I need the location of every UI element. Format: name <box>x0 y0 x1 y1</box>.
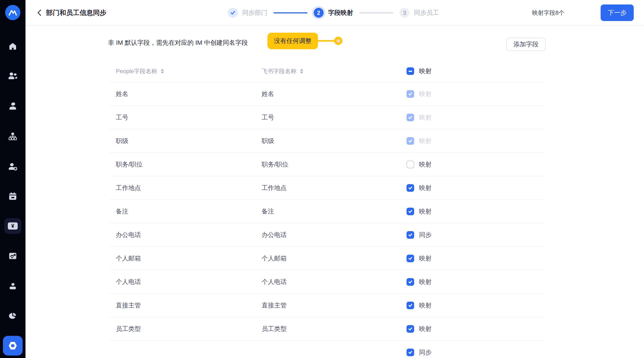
guide-dot-inner <box>336 39 340 43</box>
stepper: 同步部门 2 字段映射 3 同步员工 <box>228 0 439 26</box>
step-1-label: 同步部门 <box>242 9 267 17</box>
step-1-indicator[interactable] <box>228 8 238 18</box>
feishu-field-name: 个人邮箱 <box>262 254 406 263</box>
check-icon <box>408 185 413 190</box>
feishu-field-name: 直接主管 <box>262 301 406 310</box>
sidebar-item-employee[interactable] <box>4 98 21 114</box>
check-icon <box>408 326 413 331</box>
column-header-map: 映射 <box>419 67 432 75</box>
sidebar-item-salary[interactable]: ¥ <box>4 218 21 234</box>
add-field-button[interactable]: 添加字段 <box>506 38 546 51</box>
feishu-field-name: 姓名 <box>262 90 406 98</box>
map-checkbox[interactable] <box>406 208 414 215</box>
column-header-feishu[interactable]: 飞书字段名称 <box>262 67 406 75</box>
mountain-logo-icon <box>5 5 20 20</box>
check-icon <box>408 256 413 261</box>
check-icon <box>230 10 236 16</box>
chevron-left-icon <box>36 8 42 17</box>
people-field-name: 姓名 <box>116 90 262 98</box>
users-icon <box>8 71 18 80</box>
people-field-name: 个人电话 <box>116 278 262 286</box>
feishu-field-name: 职务/职位 <box>262 160 406 169</box>
map-checkbox[interactable] <box>406 184 414 192</box>
sidebar-item-analytics[interactable] <box>4 248 21 264</box>
table-row: 姓名姓名映射 <box>109 82 545 106</box>
table-row: 备注备注映射 <box>109 200 545 223</box>
check-icon <box>408 303 413 308</box>
step-2-label: 字段映射 <box>328 9 353 17</box>
map-checkbox[interactable] <box>406 255 414 262</box>
people-field-name: 工号 <box>116 113 262 122</box>
calendar-icon <box>8 192 17 201</box>
sidebar-item-roster[interactable] <box>4 278 21 294</box>
map-checkbox-label: 映射 <box>419 301 432 310</box>
map-checkbox <box>406 90 414 98</box>
column-header-people[interactable]: People字段名称 <box>116 67 262 75</box>
home-icon <box>8 42 17 51</box>
map-checkbox <box>406 114 414 121</box>
map-checkbox[interactable] <box>406 231 414 239</box>
map-checkbox-label: 映射 <box>419 325 432 333</box>
sort-icon[interactable] <box>300 69 303 74</box>
select-all-checkbox[interactable] <box>406 67 414 75</box>
step-connector-done <box>274 12 308 14</box>
people-field-name: 工作地点 <box>116 184 262 192</box>
mapped-field-count: 映射字段8个 <box>532 0 564 26</box>
map-checkbox-label: 映射 <box>419 90 432 98</box>
sidebar-item-settings[interactable] <box>3 336 22 355</box>
person-badge-icon <box>8 282 17 291</box>
step-2-indicator: 2 <box>314 8 324 18</box>
field-note: 非 IM 默认字段，需先在对应的 IM 中创建同名字段 <box>108 39 248 47</box>
table-row: 员工类型员工类型映射 <box>109 317 545 341</box>
field-mapping-table: People字段名称 飞书字段名称 映射 姓名姓名映射工号工号映射职级 <box>109 60 545 358</box>
feishu-field-name: 工号 <box>262 113 406 122</box>
map-checkbox-label: 映射 <box>419 278 432 286</box>
step-3-label: 同步员工 <box>414 9 439 17</box>
step-3-indicator: 3 <box>400 8 410 18</box>
sidebar-item-home[interactable] <box>4 39 21 54</box>
sidebar-item-contacts[interactable] <box>4 68 21 84</box>
sort-icon[interactable] <box>161 69 164 74</box>
table-row: 直接主管直接主管映射 <box>109 294 545 317</box>
check-icon <box>408 139 413 143</box>
map-checkbox[interactable] <box>406 348 414 356</box>
guide-connector <box>318 40 335 42</box>
map-checkbox[interactable] <box>406 161 414 168</box>
top-header: 部门和员工信息同步 同步部门 2 字段映射 3 同步员工 映射字段8个 下一步 <box>26 0 644 26</box>
sidebar-item-calendar[interactable] <box>4 188 21 204</box>
map-checkbox-label: 映射 <box>419 137 432 145</box>
map-checkbox-label: 映射 <box>419 160 432 169</box>
table-row: 办公电话办公电话同步 <box>109 223 545 247</box>
table-row: 职级职级映射 <box>109 129 545 153</box>
check-icon <box>408 92 413 96</box>
main-content: 非 IM 默认字段，需先在对应的 IM 中创建同名字段 没有任何调整 添加字段 … <box>26 26 644 358</box>
sidebar: ¥ <box>0 0 26 358</box>
people-field-name: 职务/职位 <box>116 160 262 169</box>
salary-yen-icon: ¥ <box>8 222 18 230</box>
guide-dot <box>334 37 342 45</box>
map-checkbox[interactable] <box>406 278 414 286</box>
check-icon <box>408 232 413 237</box>
table-row: 职务/职位职务/职位映射 <box>109 153 545 176</box>
sidebar-item-reports[interactable] <box>4 308 21 324</box>
table-row: 同步 <box>109 341 545 358</box>
sidebar-item-add-user[interactable] <box>4 159 21 174</box>
field-table-body: 姓名姓名映射工号工号映射职级职级映射职务/职位职务/职位映射工作地点工作地点映射… <box>109 82 545 358</box>
check-icon <box>408 350 413 355</box>
pie-chart-icon <box>8 312 17 321</box>
indeterminate-icon <box>408 71 412 72</box>
table-row: 个人邮箱个人邮箱映射 <box>109 247 545 270</box>
people-field-name: 备注 <box>116 207 262 216</box>
sidebar-item-org-chart[interactable] <box>4 128 21 144</box>
people-field-name: 员工类型 <box>116 325 262 333</box>
people-field-name: 直接主管 <box>116 301 262 310</box>
map-checkbox[interactable] <box>406 302 414 309</box>
feishu-field-name: 备注 <box>262 207 406 216</box>
next-step-button[interactable]: 下一步 <box>600 5 634 21</box>
back-button[interactable] <box>34 8 44 18</box>
table-row: 工号工号映射 <box>109 106 545 129</box>
user-icon <box>8 102 17 111</box>
settings-nut-icon <box>8 341 18 350</box>
map-checkbox[interactable] <box>406 325 414 333</box>
check-icon <box>408 115 413 120</box>
